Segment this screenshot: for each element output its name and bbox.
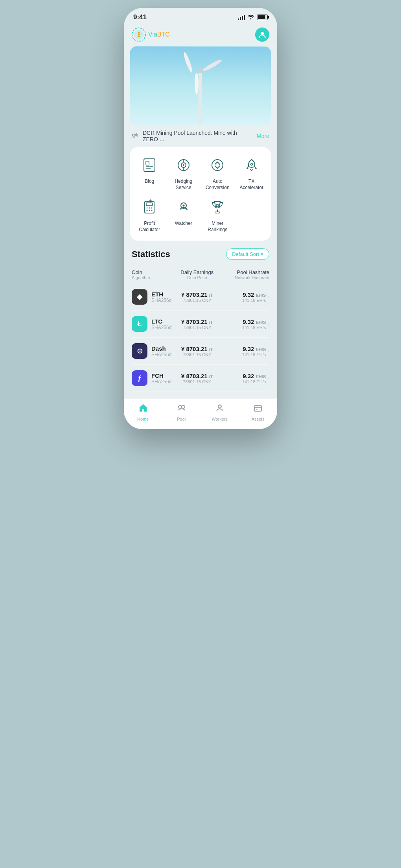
banner-image [130, 46, 271, 125]
table-row[interactable]: ◆ ETH SHA256d ¥ 8703.21 /T 73801.15 CNY … [132, 283, 269, 311]
svg-point-25 [149, 208, 150, 209]
nav-pool[interactable]: Pool [162, 403, 201, 421]
service-minerrankings[interactable]: Miner Rankings [202, 197, 233, 233]
table-row[interactable]: Ł LTC SHA256d ¥ 8703.21 /T 73801.15 CNY … [132, 311, 269, 338]
svg-point-17 [183, 164, 184, 166]
announcement-icon [132, 132, 139, 140]
earnings-sub: 73801.15 CNY [173, 298, 221, 303]
nav-home-label: Home [137, 417, 149, 421]
hedging-icon [173, 155, 194, 175]
svg-point-24 [147, 208, 148, 209]
statistics-section: Statistics Default Sort ▾ Coin Algorithm… [124, 241, 277, 392]
logo-text: ViaBTC [148, 31, 170, 38]
hashrate-main: 9.32 EH/S [242, 291, 266, 298]
table-header: Coin Algorithm Daily Earnings Coin Price… [132, 266, 269, 283]
svg-point-6 [198, 68, 202, 73]
svg-rect-12 [146, 161, 149, 165]
service-profitcalc[interactable]: Profit Calculator [134, 197, 165, 233]
table-row[interactable]: ƒ FCH SHA256d ¥ 8703.21 /T 73801.15 CNY … [132, 365, 269, 392]
service-blog[interactable]: Blog [134, 155, 165, 191]
txaccelerator-label: TX Accelerator [236, 178, 267, 191]
earnings-main: ¥ 8703.21 /T [173, 373, 221, 379]
bottom-nav: Home Pool Workers [124, 398, 277, 429]
app-header: ₿ ViaBTC [124, 24, 277, 46]
col-earnings: Daily Earnings [173, 269, 221, 275]
logo-icon: ₿ [132, 28, 146, 42]
service-autoconversion[interactable]: Auto Conversion [202, 155, 233, 191]
hashrate-main: 9.32 EH/S [242, 318, 266, 325]
profitcalc-label: Profit Calculator [134, 221, 165, 233]
watcher-label: Watcher [175, 221, 192, 227]
coin-logo: ƒ [132, 370, 147, 386]
minerrankings-label: Miner Rankings [202, 221, 233, 233]
earnings-col: ¥ 8703.21 /T 73801.15 CNY [173, 346, 221, 357]
hashrate-col: 9.32 EH/S 141.18 EH/s › [221, 318, 270, 330]
col-coin: Coin [132, 269, 173, 275]
coin-rows: ◆ ETH SHA256d ¥ 8703.21 /T 73801.15 CNY … [132, 283, 269, 392]
service-txaccelerator[interactable]: TX Accelerator [236, 155, 267, 191]
col-price: Coin Price [173, 275, 221, 280]
watcher-icon [173, 197, 194, 217]
blog-label: Blog [145, 178, 154, 185]
banner[interactable] [130, 46, 271, 125]
services-row1: Blog Hedging Service [134, 155, 267, 191]
svg-point-21 [250, 164, 252, 166]
coin-info: ◆ ETH SHA256d [132, 289, 173, 305]
hashrate-sub: 141.18 EH/s [242, 352, 266, 357]
status-icons [238, 14, 268, 21]
hashrate-col: 9.32 EH/S 141.18 EH/s › [221, 373, 270, 384]
hashrate-main: 9.32 EH/S [242, 373, 266, 379]
svg-point-27 [147, 210, 148, 211]
wifi-icon [247, 14, 254, 21]
hashrate-sub: 141.18 EH/s [242, 298, 266, 303]
svg-point-29 [151, 210, 153, 211]
news-more-button[interactable]: More [257, 133, 269, 139]
user-avatar-button[interactable] [255, 28, 269, 42]
svg-point-38 [182, 405, 185, 408]
svg-point-33 [182, 205, 184, 207]
svg-rect-35 [215, 212, 220, 213]
coin-algo: SHA256d [151, 325, 171, 330]
earnings-col: ¥ 8703.21 /T 73801.15 CNY [173, 291, 221, 303]
coin-name: FCH [151, 372, 171, 379]
coin-name: LTC [151, 318, 171, 325]
autoconversion-label: Auto Conversion [202, 178, 233, 191]
table-row[interactable]: ⊝ Dash SHA256d ¥ 8703.21 /T 73801.15 CNY… [132, 338, 269, 365]
coin-logo: Ł [132, 316, 147, 332]
home-icon [138, 403, 148, 415]
coin-info: Ł LTC SHA256d [132, 316, 173, 332]
svg-point-3 [261, 32, 264, 35]
svg-point-28 [149, 210, 150, 211]
chevron-right-icon: › [267, 294, 269, 300]
assets-icon [253, 403, 263, 415]
col-hashrate: Pool Hashrate [221, 269, 270, 275]
service-hedging[interactable]: Hedging Service [168, 155, 199, 191]
stats-header: Statistics Default Sort ▾ [132, 248, 269, 260]
coin-info: ⊝ Dash SHA256d [132, 343, 173, 359]
services-row2: Profit Calculator Watcher [134, 197, 267, 233]
logo-btc: BTC [157, 31, 170, 38]
sort-button[interactable]: Default Sort ▾ [226, 248, 269, 260]
nav-workers-label: Workers [212, 417, 228, 421]
earnings-col: ¥ 8703.21 /T 73801.15 CNY [173, 318, 221, 330]
nav-assets[interactable]: Assets [239, 403, 278, 421]
svg-rect-11 [144, 159, 155, 171]
phone-frame: 9:41 [124, 8, 277, 429]
svg-rect-10 [133, 136, 135, 138]
svg-rect-41 [254, 406, 261, 411]
svg-rect-42 [256, 409, 258, 410]
col-algo: Algorithm [132, 275, 173, 280]
hashrate-main: 9.32 EH/S [242, 346, 266, 352]
nav-home[interactable]: Home [124, 403, 162, 421]
chevron-right-icon: › [267, 375, 269, 381]
signal-icon [238, 15, 245, 20]
logo: ₿ ViaBTC [132, 28, 170, 42]
earnings-main: ¥ 8703.21 /T [173, 346, 221, 352]
services-card: Blog Hedging Service [130, 147, 271, 241]
nav-workers[interactable]: Workers [200, 403, 239, 421]
status-time: 9:41 [133, 13, 147, 21]
coin-algo: SHA256d [151, 298, 171, 303]
earnings-sub: 73801.15 CNY [173, 325, 221, 330]
svg-rect-5 [199, 70, 202, 125]
service-watcher[interactable]: Watcher [168, 197, 199, 233]
